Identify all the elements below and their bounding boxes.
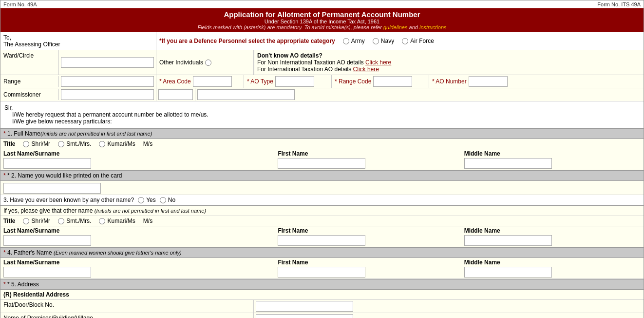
section1-header: * 1. Full Name(Initials are not permitte…: [0, 128, 644, 139]
section4-italic: (Even married women should give father's…: [54, 250, 182, 256]
section3-if-yes-header: If yes, please give that other name (Ini…: [0, 205, 644, 216]
international-link[interactable]: Click here: [353, 66, 379, 73]
defence-section: *If you are a Defence Personnel select t…: [156, 32, 644, 50]
sir-section: Sir, I/We hereby request that a permanen…: [0, 101, 644, 128]
international-row: For International Taxation AO details Cl…: [257, 66, 641, 73]
last-name-input[interactable]: [3, 158, 91, 169]
commissioner-input[interactable]: [61, 89, 154, 100]
defence-label: *If you are a Defence Personnel select t…: [159, 38, 335, 44]
section1-req: *: [3, 130, 7, 137]
kumari-ms3-group: Kumari/Ms: [99, 218, 135, 224]
area-code-label: * Area Code: [159, 78, 191, 85]
section3-name-fields: Last Name/Surname First Name Middle Name: [0, 226, 644, 247]
section5-header: * * 5. Address: [0, 279, 644, 290]
section5-title: * 5. Address: [7, 281, 39, 288]
first-name-input[interactable]: [278, 158, 365, 169]
instructions-link[interactable]: instructions: [419, 24, 447, 30]
middle-name4-input[interactable]: [464, 267, 552, 278]
first-name-label: First Name: [278, 150, 454, 157]
ward-input[interactable]: [61, 57, 154, 68]
kumari-ms-radio[interactable]: [99, 141, 105, 147]
shri-mr-label: Shri/Mr: [31, 140, 50, 147]
section2-req: *: [3, 172, 7, 179]
last-name4-group: Last Name/Surname: [3, 259, 268, 278]
section1-title: 1. Full Name: [7, 130, 40, 137]
no-group: No: [160, 197, 175, 203]
kumari-ms3-radio[interactable]: [99, 218, 105, 224]
middle-name3-input[interactable]: [464, 235, 552, 246]
area-code-input[interactable]: [193, 76, 232, 87]
navy-radio-group: Navy: [373, 38, 394, 44]
middle-name3-group: Middle Name: [464, 227, 641, 246]
last-name4-input[interactable]: [3, 267, 91, 278]
commissioner-extra2-input[interactable]: [197, 89, 295, 100]
non-international-link[interactable]: Click here: [365, 59, 391, 66]
if-yes-text: If yes, please give that other name: [3, 207, 95, 214]
premises-row: Name of Premises/Building/Village: [0, 313, 644, 318]
commissioner-extra1-input[interactable]: [158, 89, 193, 100]
kumari-ms-label: Kumari/Ms: [107, 140, 135, 147]
smt-mrs3-label: Smt./Mrs.: [66, 218, 91, 224]
shri-mr-radio[interactable]: [23, 141, 29, 147]
ward-input-cell: [59, 50, 156, 75]
premises-label: Name of Premises/Building/Village: [0, 313, 254, 318]
commissioner-input-cell: [59, 88, 156, 101]
ao-type-input[interactable]: [275, 76, 314, 87]
premises-input[interactable]: [256, 314, 353, 318]
ward-row: Ward/Circle Other Individuals Don't know…: [0, 50, 644, 75]
ms-group: M/s: [143, 140, 152, 147]
ao-number-input[interactable]: [469, 76, 508, 87]
smt-mrs-label: Smt./Mrs.: [66, 140, 91, 147]
ms3-group: M/s: [143, 218, 152, 224]
middle-name-input[interactable]: [464, 158, 552, 169]
last-name3-input[interactable]: [3, 235, 91, 246]
ao-type-label: * AO Type: [247, 78, 273, 85]
shri-mr-group: Shri/Mr: [23, 140, 50, 147]
middle-name3-label: Middle Name: [464, 227, 641, 234]
yes-radio[interactable]: [138, 197, 144, 203]
title-label: Title: [3, 140, 15, 147]
range-code-input[interactable]: [373, 76, 412, 87]
army-radio-group: Army: [343, 38, 365, 44]
ms-label: M/s: [143, 140, 152, 147]
last-name4-label: Last Name/Surname: [3, 259, 268, 266]
other-individuals-radio[interactable]: [205, 60, 211, 66]
kumari-ms-group: Kumari/Ms: [99, 140, 135, 147]
area-code-cell: * Area Code: [156, 75, 244, 88]
fields-note: Fields marked with (asterisk) are mandat…: [3, 24, 641, 30]
sir-line1: Sir,: [4, 104, 640, 111]
first-name3-label: First Name: [278, 227, 454, 234]
guidelines-link[interactable]: guidelines: [383, 24, 408, 30]
smt-mrs3-radio[interactable]: [58, 218, 64, 224]
section1-name-fields: Last Name/Surname First Name Middle Name: [0, 149, 644, 170]
army-label: Army: [351, 38, 365, 44]
middle-name4-label: Middle Name: [464, 259, 641, 266]
flat-input[interactable]: [256, 301, 353, 312]
shri-mr3-radio[interactable]: [23, 218, 29, 224]
ao-type-cell: * AO Type: [244, 75, 332, 88]
navy-label: Navy: [381, 38, 394, 44]
smt-mrs-radio[interactable]: [58, 141, 64, 147]
first-name-group: First Name: [278, 150, 454, 169]
ao-number-cell: * AO Number: [429, 75, 644, 88]
airforce-radio[interactable]: [402, 38, 408, 44]
section2-header: * * 2. Name you would like printed on th…: [0, 170, 644, 181]
section2-input-row: [0, 181, 644, 195]
range-input[interactable]: [61, 76, 154, 87]
print-name-input[interactable]: [3, 183, 101, 194]
other-individuals-cell: Other Individuals: [156, 50, 254, 75]
no-radio[interactable]: [160, 197, 166, 203]
first-name4-group: First Name: [278, 259, 454, 278]
first-name4-input[interactable]: [278, 267, 365, 278]
range-row: Range * Area Code * AO Type * Range Code…: [0, 75, 644, 88]
commissioner-extra2-cell: [195, 88, 644, 101]
flat-input-cell: [254, 300, 644, 313]
commissioner-extra1-cell: [156, 88, 195, 101]
smt-mrs3-group: Smt./Mrs.: [58, 218, 91, 224]
army-radio[interactable]: [343, 38, 349, 44]
section3-header: 3. Have you ever been known by any other…: [3, 197, 134, 203]
navy-radio[interactable]: [373, 38, 379, 44]
flat-row: Flat/Door/Block No.: [0, 300, 644, 313]
shri-mr3-label: Shri/Mr: [31, 218, 50, 224]
first-name3-input[interactable]: [278, 235, 365, 246]
